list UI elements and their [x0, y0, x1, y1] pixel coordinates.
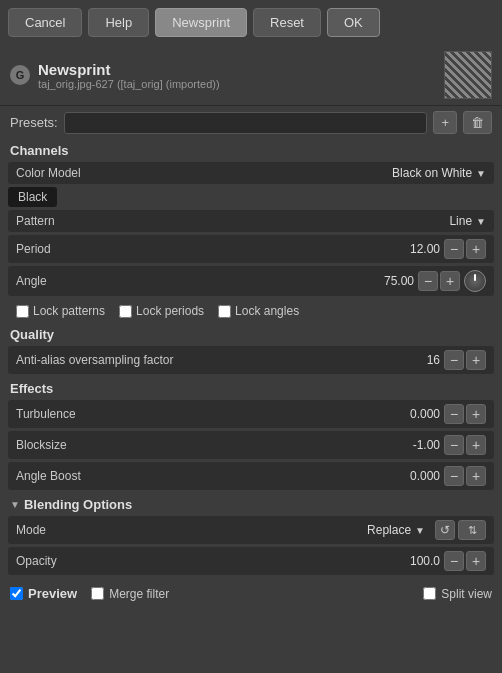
- opacity-plus-button[interactable]: +: [466, 551, 486, 571]
- turbulence-plus-button[interactable]: +: [466, 404, 486, 424]
- reset-button[interactable]: Reset: [253, 8, 321, 37]
- oversample-minus-button[interactable]: −: [444, 350, 464, 370]
- period-label: Period: [16, 242, 395, 256]
- angle-boost-value: 0.000: [395, 469, 440, 483]
- presets-add-button[interactable]: +: [433, 111, 457, 134]
- pattern-dropdown-icon[interactable]: ▼: [476, 216, 486, 227]
- opacity-label: Opacity: [16, 554, 395, 568]
- split-view-label: Split view: [441, 587, 492, 601]
- turbulence-row: Turbulence 0.000 − +: [8, 400, 494, 428]
- quality-panel: Anti-alias oversampling factor 16 − +: [0, 346, 502, 374]
- newsprint-button[interactable]: Newsprint: [155, 8, 247, 37]
- quality-section-header: Quality: [0, 323, 502, 346]
- color-model-dropdown-icon[interactable]: ▼: [476, 168, 486, 179]
- preview-item[interactable]: Preview: [10, 586, 77, 601]
- blending-section-header[interactable]: ▼ Blending Options: [0, 493, 502, 516]
- turbulence-minus-button[interactable]: −: [444, 404, 464, 424]
- ok-button[interactable]: OK: [327, 8, 380, 37]
- blocksize-plus-button[interactable]: +: [466, 435, 486, 455]
- cancel-button[interactable]: Cancel: [8, 8, 82, 37]
- mode-text: Replace: [367, 523, 411, 537]
- period-value: 12.00: [395, 242, 440, 256]
- blocksize-label: Blocksize: [16, 438, 395, 452]
- merge-filter-item[interactable]: Merge filter: [91, 587, 169, 601]
- angle-boost-plus-button[interactable]: +: [466, 466, 486, 486]
- effects-panel: Turbulence 0.000 − + Blocksize -1.00 − +…: [0, 400, 502, 490]
- plugin-subtitle: taj_orig.jpg-627 ([taj_orig] (imported)): [38, 78, 436, 90]
- mode-value: Replace ▼: [367, 523, 425, 537]
- lock-patterns-checkbox[interactable]: [16, 305, 29, 318]
- angle-label: Angle: [16, 274, 369, 288]
- channels-section-header: Channels: [0, 139, 502, 162]
- oversample-label: Anti-alias oversampling factor: [16, 353, 395, 367]
- bottom-bar: Preview Merge filter Split view: [0, 578, 502, 609]
- blending-collapse-icon: ▼: [10, 499, 20, 510]
- plugin-logo-icon: G: [10, 65, 30, 85]
- lock-patterns-item[interactable]: Lock patterns: [16, 304, 105, 318]
- preview-label: Preview: [28, 586, 77, 601]
- black-label: Black: [8, 187, 57, 207]
- oversample-plus-button[interactable]: +: [466, 350, 486, 370]
- presets-delete-button[interactable]: 🗑: [463, 111, 492, 134]
- lock-angles-checkbox[interactable]: [218, 305, 231, 318]
- angle-row: Angle 75.00 − +: [8, 266, 494, 296]
- period-plus-button[interactable]: +: [466, 239, 486, 259]
- angle-boost-minus-button[interactable]: −: [444, 466, 464, 486]
- plugin-name: Newsprint: [38, 61, 436, 78]
- opacity-minus-button[interactable]: −: [444, 551, 464, 571]
- presets-row: Presets: + 🗑: [0, 106, 502, 139]
- blocksize-value: -1.00: [395, 438, 440, 452]
- lock-patterns-label: Lock patterns: [33, 304, 105, 318]
- lock-angles-item[interactable]: Lock angles: [218, 304, 299, 318]
- period-minus-button[interactable]: −: [444, 239, 464, 259]
- presets-label: Presets:: [10, 115, 58, 130]
- merge-filter-checkbox[interactable]: [91, 587, 104, 600]
- split-view-item[interactable]: Split view: [423, 587, 492, 601]
- blending-label: Blending Options: [24, 497, 132, 512]
- blocksize-row: Blocksize -1.00 − +: [8, 431, 494, 459]
- turbulence-label: Turbulence: [16, 407, 395, 421]
- color-model-value: Black on White: [392, 166, 472, 180]
- period-row: Period 12.00 − +: [8, 235, 494, 263]
- lock-angles-label: Lock angles: [235, 304, 299, 318]
- mode-dropdown-icon[interactable]: ▼: [415, 525, 425, 536]
- mode-row: Mode Replace ▼ ↺ ⇅: [8, 516, 494, 544]
- merge-filter-label: Merge filter: [109, 587, 169, 601]
- opacity-value: 100.0: [395, 554, 440, 568]
- preview-checkbox[interactable]: [10, 587, 23, 600]
- lock-row: Lock patterns Lock periods Lock angles: [8, 299, 494, 323]
- lock-periods-checkbox[interactable]: [119, 305, 132, 318]
- presets-select[interactable]: [64, 112, 428, 134]
- angle-minus-button[interactable]: −: [418, 271, 438, 291]
- preview-thumbnail: [444, 51, 492, 99]
- color-model-label: Color Model: [16, 166, 392, 180]
- mode-reset-button[interactable]: ↺: [435, 520, 455, 540]
- pattern-label: Pattern: [16, 214, 449, 228]
- blending-panel: Mode Replace ▼ ↺ ⇅ Opacity 100.0 − +: [0, 516, 502, 575]
- channels-panel: Color Model Black on White ▼ Black Patte…: [0, 162, 502, 323]
- pattern-value: Line: [449, 214, 472, 228]
- lock-periods-label: Lock periods: [136, 304, 204, 318]
- plugin-header: G Newsprint taj_orig.jpg-627 ([taj_orig]…: [0, 45, 502, 106]
- black-channel-pill: Black: [8, 187, 494, 210]
- mode-label: Mode: [16, 523, 367, 537]
- angle-boost-label: Angle Boost: [16, 469, 395, 483]
- color-model-row: Color Model Black on White ▼: [8, 162, 494, 184]
- split-view-checkbox[interactable]: [423, 587, 436, 600]
- angle-value: 75.00: [369, 274, 414, 288]
- help-button[interactable]: Help: [88, 8, 149, 37]
- angle-plus-button[interactable]: +: [440, 271, 460, 291]
- oversample-row: Anti-alias oversampling factor 16 − +: [8, 346, 494, 374]
- lock-periods-item[interactable]: Lock periods: [119, 304, 204, 318]
- effects-section-header: Effects: [0, 377, 502, 400]
- turbulence-value: 0.000: [395, 407, 440, 421]
- angle-boost-row: Angle Boost 0.000 − +: [8, 462, 494, 490]
- toolbar: Cancel Help Newsprint Reset OK: [0, 0, 502, 45]
- oversample-value: 16: [395, 353, 440, 367]
- mode-split-button[interactable]: ⇅: [458, 520, 486, 540]
- pattern-row: Pattern Line ▼: [8, 210, 494, 232]
- blocksize-minus-button[interactable]: −: [444, 435, 464, 455]
- opacity-row: Opacity 100.0 − +: [8, 547, 494, 575]
- angle-dial[interactable]: [464, 270, 486, 292]
